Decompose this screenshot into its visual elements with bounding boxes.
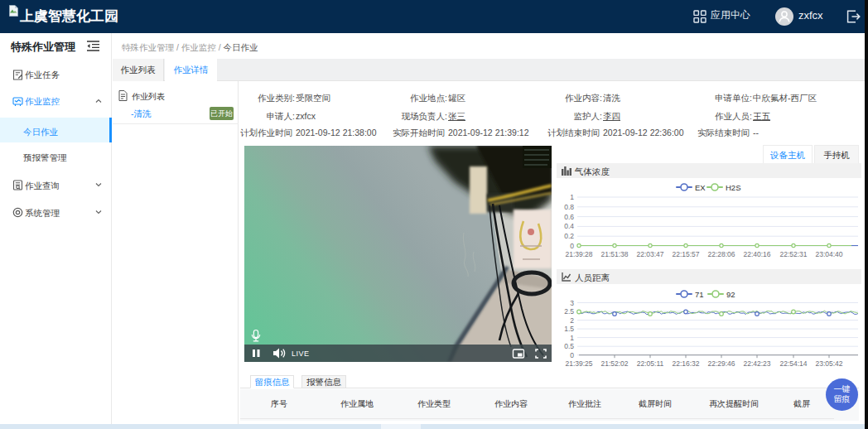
svg-text:21:39:25: 21:39:25 xyxy=(565,359,592,368)
svg-text:0.5: 0.5 xyxy=(564,342,574,350)
svg-text:LIVE: LIVE xyxy=(292,349,310,358)
svg-text:0: 0 xyxy=(570,242,574,250)
svg-text:EX: EX xyxy=(695,183,706,192)
svg-text:22:15:57: 22:15:57 xyxy=(672,250,699,258)
svg-text:22:05:11: 22:05:11 xyxy=(637,359,664,368)
svg-text:92: 92 xyxy=(726,290,735,299)
svg-text:0.8: 0.8 xyxy=(564,203,574,211)
svg-text:0: 0 xyxy=(570,351,574,359)
svg-text:22:28:06: 22:28:06 xyxy=(707,250,735,258)
svg-text:21:51:38: 21:51:38 xyxy=(600,250,628,258)
svg-text:22:03:47: 22:03:47 xyxy=(636,250,663,258)
svg-text:2: 2 xyxy=(570,316,574,325)
svg-text:3: 3 xyxy=(570,299,574,307)
svg-text:23:05:42: 23:05:42 xyxy=(815,359,842,368)
svg-text:22:54:14: 22:54:14 xyxy=(779,359,807,368)
svg-text:1.5: 1.5 xyxy=(564,325,574,333)
svg-text:22:40:16: 22:40:16 xyxy=(743,250,770,258)
svg-text:2.5: 2.5 xyxy=(564,307,574,316)
svg-text:21:39:28: 21:39:28 xyxy=(565,250,592,258)
svg-text:71: 71 xyxy=(695,290,704,299)
svg-text:22:29:46: 22:29:46 xyxy=(707,359,735,368)
svg-text:22:42:23: 22:42:23 xyxy=(743,359,770,368)
svg-text:1: 1 xyxy=(570,334,574,342)
svg-text:22:52:31: 22:52:31 xyxy=(779,250,807,258)
svg-text:22:16:32: 22:16:32 xyxy=(672,359,699,368)
svg-text:H2S: H2S xyxy=(726,183,740,192)
svg-text:0.4: 0.4 xyxy=(564,222,574,230)
svg-text:21:52:02: 21:52:02 xyxy=(600,359,628,368)
svg-text:23:04:40: 23:04:40 xyxy=(815,250,842,258)
svg-text:0.6: 0.6 xyxy=(564,213,574,221)
svg-text:0.2: 0.2 xyxy=(564,232,574,240)
svg-text:1: 1 xyxy=(570,193,574,201)
